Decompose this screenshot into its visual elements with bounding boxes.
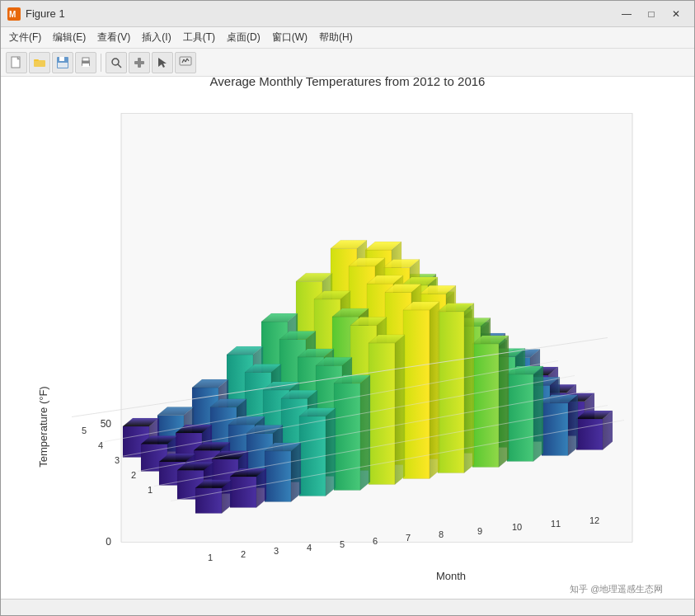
chart-svg: Temperature (°F) 0 50 Year 1 2 3 4 5 Mon… — [22, 95, 674, 590]
svg-marker-196 — [326, 407, 336, 496]
chart-container: Average Monthly Temperatures from 2012 t… — [22, 77, 674, 599]
month-tick-8: 8 — [438, 529, 443, 538]
open-icon — [33, 56, 46, 69]
title-controls: — □ ✕ — [615, 5, 688, 23]
year-tick-3: 3 — [114, 454, 119, 464]
svg-marker-192 — [334, 383, 360, 490]
menu-tools[interactable]: 工具(T) — [178, 29, 220, 46]
zoom-icon — [110, 56, 123, 69]
month-tick-9: 9 — [477, 525, 481, 535]
close-button[interactable]: ✕ — [664, 5, 688, 23]
svg-rect-7 — [59, 57, 64, 61]
y-axis-label: Temperature (°F) — [37, 386, 49, 467]
svg-marker-178 — [533, 365, 543, 461]
app-icon: M — [7, 7, 21, 21]
toolbar — [1, 49, 694, 77]
svg-marker-180 — [472, 343, 499, 467]
title-bar: M Figure 1 — □ ✕ — [1, 1, 694, 27]
main-window: M Figure 1 — □ ✕ 文件(F) 编辑(E) 查看(V) 插入(I)… — [0, 0, 695, 616]
month-tick-11: 11 — [550, 518, 560, 528]
month-tick-2: 2 — [240, 548, 245, 558]
select-icon — [156, 56, 169, 69]
svg-marker-193 — [360, 374, 370, 490]
svg-marker-184 — [464, 303, 474, 473]
title-bar-left: M Figure 1 — [7, 7, 65, 21]
month-tick-3: 3 — [273, 545, 278, 555]
open-button[interactable] — [29, 52, 50, 73]
datacursor-icon — [179, 56, 192, 69]
status-bar — [1, 599, 694, 615]
watermark: 知乎 @地理遥感生态网 — [570, 583, 663, 595]
svg-marker-16 — [158, 58, 167, 68]
save-icon — [56, 56, 69, 69]
menu-desktop[interactable]: 桌面(D) — [222, 29, 265, 46]
svg-line-13 — [118, 64, 121, 68]
svg-marker-199 — [291, 442, 301, 501]
svg-rect-15 — [134, 61, 144, 64]
year-tick-4: 4 — [97, 440, 102, 449]
menu-help[interactable]: 帮助(H) — [314, 29, 358, 46]
chart-area: Average Monthly Temperatures from 2012 t… — [1, 77, 694, 599]
menu-window[interactable]: 窗口(W) — [267, 29, 312, 46]
svg-marker-204 — [195, 487, 222, 513]
datacursor-button[interactable] — [175, 52, 196, 73]
month-tick-10: 10 — [511, 521, 521, 531]
year-tick-2: 2 — [130, 469, 135, 479]
svg-line-21 — [187, 59, 189, 61]
zoom-button[interactable] — [106, 52, 127, 73]
new-button[interactable] — [6, 52, 27, 73]
new-icon — [10, 56, 23, 69]
svg-marker-177 — [507, 374, 533, 461]
svg-point-12 — [112, 59, 119, 65]
svg-rect-5 — [34, 60, 45, 67]
svg-text:M: M — [9, 10, 16, 19]
menu-file[interactable]: 文件(F) — [4, 29, 46, 46]
save-button[interactable] — [52, 52, 73, 73]
year-tick-1: 1 — [147, 484, 152, 494]
month-tick-12: 12 — [589, 515, 599, 524]
window-title: Figure 1 — [26, 7, 65, 20]
year-tick-5: 5 — [81, 425, 86, 435]
pan-icon — [133, 56, 146, 69]
month-tick-7: 7 — [405, 532, 410, 542]
select-button[interactable] — [152, 52, 173, 73]
svg-rect-11 — [82, 63, 89, 67]
month-tick-1: 1 — [207, 552, 212, 562]
y-tick-0: 0 — [106, 535, 111, 547]
z-axis-label: Year — [22, 324, 23, 346]
svg-marker-201 — [230, 477, 256, 507]
maximize-button[interactable]: □ — [640, 5, 663, 23]
pan-button[interactable] — [129, 52, 150, 73]
print-icon — [79, 56, 92, 69]
y-tick-50: 50 — [100, 417, 111, 429]
month-tick-5: 5 — [339, 538, 344, 548]
svg-marker-198 — [265, 450, 291, 501]
svg-rect-10 — [82, 58, 89, 61]
menu-insert[interactable]: 插入(I) — [137, 29, 176, 46]
minimize-button[interactable]: — — [615, 5, 638, 23]
menu-bar: 文件(F) 编辑(E) 查看(V) 插入(I) 工具(T) 桌面(D) 窗口(W… — [1, 27, 694, 49]
month-tick-6: 6 — [372, 535, 377, 545]
toolbar-separator-1 — [101, 54, 101, 72]
svg-marker-190 — [395, 334, 405, 484]
x-axis-label: Month — [435, 569, 465, 581]
svg-marker-181 — [499, 335, 509, 467]
print-button[interactable] — [75, 52, 96, 73]
svg-marker-174 — [542, 402, 568, 455]
svg-marker-183 — [438, 311, 464, 473]
svg-marker-186 — [403, 309, 430, 478]
chart-title: Average Monthly Temperatures from 2012 t… — [22, 77, 674, 88]
svg-marker-171 — [576, 419, 603, 449]
menu-edit[interactable]: 编辑(E) — [48, 29, 91, 46]
svg-rect-8 — [58, 63, 68, 68]
svg-marker-187 — [430, 301, 439, 478]
svg-marker-175 — [568, 394, 578, 455]
month-tick-4: 4 — [306, 542, 311, 552]
menu-view[interactable]: 查看(V) — [92, 29, 135, 46]
